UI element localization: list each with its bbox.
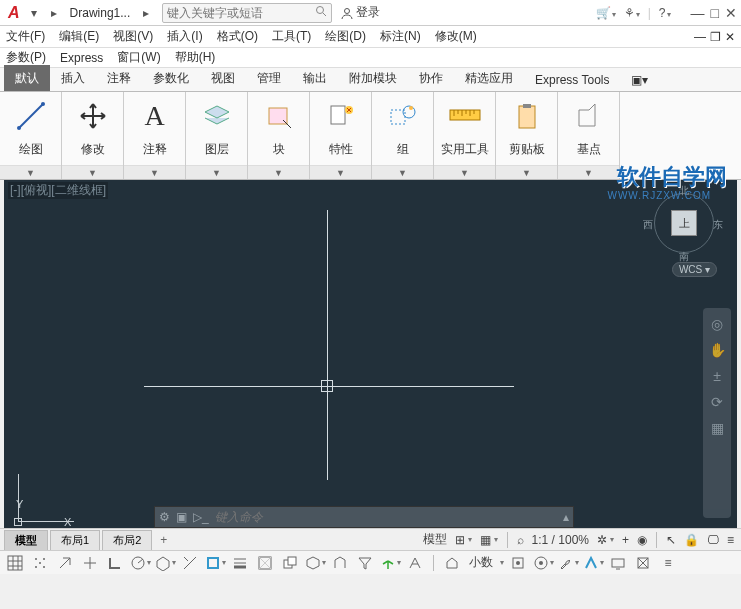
panel-group[interactable]: 组 ▼ xyxy=(372,92,434,179)
panel-expand-icon[interactable]: ▼ xyxy=(186,165,247,179)
status-plus-icon[interactable]: + xyxy=(619,530,632,550)
menu-modify[interactable]: 修改(M) xyxy=(435,28,477,45)
tab-insert[interactable]: 插入 xyxy=(50,65,96,91)
navigation-bar[interactable]: ◎ ✋ ± ⟳ ▦ xyxy=(703,308,731,518)
sb-units-label[interactable]: 小数 xyxy=(466,553,496,573)
cart-icon[interactable]: 🛒▾ xyxy=(596,6,616,20)
cmd-expand-icon[interactable]: ▴ xyxy=(563,510,569,524)
tab-annotate[interactable]: 注释 xyxy=(96,65,142,91)
menu-insert[interactable]: 插入(I) xyxy=(167,28,202,45)
menu-format[interactable]: 格式(O) xyxy=(217,28,258,45)
panel-layers[interactable]: 图层 ▼ xyxy=(186,92,248,179)
viewcube-east[interactable]: 东 xyxy=(713,218,723,232)
tab-collab[interactable]: 协作 xyxy=(408,65,454,91)
status-grid2-icon[interactable]: ▦ ▾ xyxy=(477,530,501,550)
panel-clipboard[interactable]: 剪贴板 ▼ xyxy=(496,92,558,179)
child-close-button[interactable]: ✕ xyxy=(725,30,735,44)
close-button[interactable]: ✕ xyxy=(725,5,737,21)
panel-draw[interactable]: 绘图 ▼ xyxy=(0,92,62,179)
qat-next-icon[interactable]: ▸ xyxy=(46,5,62,21)
panel-basepoint[interactable]: 基点 ▼ xyxy=(558,92,620,179)
panel-annotate[interactable]: A 注释 ▼ xyxy=(124,92,186,179)
sb-polar-icon[interactable]: ▾ xyxy=(129,553,151,573)
command-input[interactable] xyxy=(215,510,557,524)
panel-expand-icon[interactable]: ▼ xyxy=(372,165,433,179)
status-menu-icon[interactable]: ≡ xyxy=(724,530,737,550)
drawing-canvas[interactable]: [-][俯视][二维线框] Y X 上 北 南 东 西 WCS ▾ ◎ ✋ ± … xyxy=(4,180,737,528)
menu-param[interactable]: 参数(P) xyxy=(6,49,46,66)
viewcube-west[interactable]: 西 xyxy=(643,218,653,232)
panel-expand-icon[interactable]: ▼ xyxy=(558,165,619,179)
menu-window[interactable]: 窗口(W) xyxy=(117,49,160,66)
tab-layout2[interactable]: 布局2 xyxy=(102,530,152,550)
viewcube-north[interactable]: 北 xyxy=(679,184,689,198)
sb-infer-icon[interactable] xyxy=(54,553,76,573)
sb-qp-icon[interactable] xyxy=(441,553,463,573)
sb-filter-icon[interactable] xyxy=(354,553,376,573)
qat-dropdown-icon[interactable]: ▾ xyxy=(26,5,42,21)
sb-osnap-icon[interactable]: ▾ xyxy=(204,553,226,573)
tab-parametric[interactable]: 参数化 xyxy=(142,65,200,91)
tab-express[interactable]: Express Tools xyxy=(524,68,620,91)
status-scale-label[interactable]: 1:1 / 100% xyxy=(529,530,592,550)
viewcube[interactable]: 上 北 南 东 西 xyxy=(649,188,719,258)
tab-featured[interactable]: 精选应用 xyxy=(454,65,524,91)
menu-edit[interactable]: 编辑(E) xyxy=(59,28,99,45)
sb-grid-icon[interactable] xyxy=(4,553,26,573)
sb-dynamic-icon[interactable] xyxy=(79,553,101,573)
panel-expand-icon[interactable]: ▼ xyxy=(124,165,185,179)
command-line[interactable]: ⚙ ▣ ▷_ ▴ xyxy=(154,506,574,528)
tab-model[interactable]: 模型 xyxy=(4,530,48,550)
child-restore-button[interactable]: ❐ xyxy=(710,30,721,44)
login-button[interactable]: 登录 xyxy=(340,4,380,21)
sb-transparency-icon[interactable] xyxy=(254,553,276,573)
search-box[interactable] xyxy=(162,3,332,23)
nav-zoom-icon[interactable]: ± xyxy=(713,368,721,384)
menu-view[interactable]: 视图(V) xyxy=(113,28,153,45)
nav-orbit-icon[interactable]: ⟳ xyxy=(711,394,723,410)
sb-wrench-icon[interactable]: ▾ xyxy=(557,553,579,573)
tab-addins[interactable]: 附加模块 xyxy=(338,65,408,91)
tab-default[interactable]: 默认 xyxy=(4,65,50,91)
panel-expand-icon[interactable]: ▼ xyxy=(248,165,309,179)
sb-otrack-icon[interactable] xyxy=(179,553,201,573)
sb-units-dropdown-icon[interactable]: ▾ xyxy=(500,558,504,567)
panel-block[interactable]: 块 ▼ xyxy=(248,92,310,179)
help-icon[interactable]: ?▾ xyxy=(659,6,671,20)
cmd-recent-icon[interactable]: ▣ xyxy=(176,510,187,524)
panel-expand-icon[interactable]: ▼ xyxy=(496,165,557,179)
status-target-icon[interactable]: ◉ xyxy=(634,530,650,550)
viewport-label[interactable]: [-][俯视][二维线框] xyxy=(8,182,108,199)
cmd-customize-icon[interactable]: ⚙ xyxy=(159,510,170,524)
search-input[interactable] xyxy=(167,6,313,20)
search-icon[interactable] xyxy=(315,5,327,20)
tab-output[interactable]: 输出 xyxy=(292,65,338,91)
sb-quick-icon[interactable] xyxy=(507,553,529,573)
viewcube-top-face[interactable]: 上 xyxy=(671,210,697,236)
menu-help[interactable]: 帮助(H) xyxy=(175,49,216,66)
menu-tools[interactable]: 工具(T) xyxy=(272,28,311,45)
sb-workspace-icon[interactable]: ▾ xyxy=(532,553,554,573)
panel-modify[interactable]: 修改 ▼ xyxy=(62,92,124,179)
sb-gizmo-icon[interactable]: ▾ xyxy=(379,553,401,573)
tab-add-button[interactable]: + xyxy=(154,531,173,549)
child-minimize-button[interactable]: ― xyxy=(694,30,706,44)
sb-cycling-icon[interactable] xyxy=(279,553,301,573)
panel-expand-icon[interactable]: ▼ xyxy=(62,165,123,179)
status-gear-icon[interactable]: ✲ ▾ xyxy=(594,530,617,550)
nav-wheel-icon[interactable]: ◎ xyxy=(711,316,723,332)
panel-expand-icon[interactable]: ▼ xyxy=(310,165,371,179)
sb-ducs-icon[interactable] xyxy=(329,553,351,573)
panel-properties[interactable]: 特性 ▼ xyxy=(310,92,372,179)
wcs-badge[interactable]: WCS ▾ xyxy=(672,262,717,277)
sb-anno-monitor-icon[interactable]: ▾ xyxy=(582,553,604,573)
status-cursor-icon[interactable]: ↖ xyxy=(663,530,679,550)
share-icon[interactable]: ⚘▾ xyxy=(624,6,640,20)
menu-draw[interactable]: 绘图(D) xyxy=(325,28,366,45)
menu-dimension[interactable]: 标注(N) xyxy=(380,28,421,45)
nav-showmotion-icon[interactable]: ▦ xyxy=(711,420,724,436)
tab-view[interactable]: 视图 xyxy=(200,65,246,91)
status-annoscale-icon[interactable]: ⌕ xyxy=(514,530,527,550)
status-lock-icon[interactable]: 🔒 xyxy=(681,530,702,550)
status-model-button[interactable]: 模型 xyxy=(420,530,450,550)
